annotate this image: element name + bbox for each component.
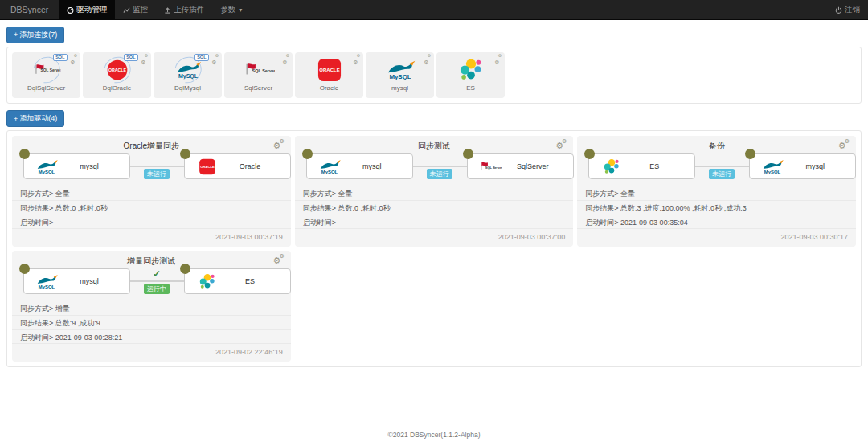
- oracle-icon: [106, 59, 127, 80]
- target-connector[interactable]: SqlServer: [467, 153, 574, 179]
- settings-gears-icon[interactable]: ⚙⚙: [353, 54, 360, 67]
- connector-line: [694, 166, 750, 167]
- settings-gears-icon[interactable]: ⚙⚙: [424, 54, 431, 67]
- main-content: + 添加连接(7) ⚙⚙ SQL DqlSqlServer ⚙⚙ SQL: [0, 20, 868, 442]
- navbar: DBSyncer 驱动管理 监控 上传插件 参数 ▾ 注销: [0, 0, 868, 20]
- connection-card-dqlsqlserver[interactable]: ⚙⚙ SQL DqlSqlServer: [12, 52, 80, 98]
- mysql-icon: [35, 158, 59, 175]
- target-name: SqlServer: [502, 162, 573, 170]
- source-name: mysql: [59, 277, 129, 285]
- mysql-icon: [174, 61, 202, 80]
- add-connection-button[interactable]: + 添加连接(7): [6, 27, 64, 43]
- status-badge: 未运行: [427, 169, 452, 179]
- target-connector[interactable]: mysql: [749, 153, 856, 179]
- connection-card-dqloracle[interactable]: ⚙⚙ SQL DqlOracle: [83, 52, 151, 98]
- success-check-icon: ✓: [153, 268, 161, 280]
- settings-gears-icon[interactable]: ⚙⚙: [555, 138, 567, 151]
- start-time-row: 启动时间> 2021-09-03 00:35:04: [577, 215, 856, 229]
- source-name: mysql: [59, 162, 129, 170]
- connection-name: SqlServer: [224, 84, 293, 92]
- sync-result-row: 同步结果> 总数:9 ,成功:9: [12, 315, 291, 329]
- settings-gears-icon[interactable]: ⚙⚙: [273, 253, 285, 266]
- copyright-text: ©2021 DBSyncer(1.1.2-Alpha): [6, 430, 862, 440]
- settings-gears-icon[interactable]: ⚙⚙: [141, 54, 148, 67]
- nav-item-driver-management[interactable]: 驱动管理: [59, 0, 115, 19]
- settings-gears-icon[interactable]: ⚙⚙: [211, 54, 219, 67]
- connector-dot-icon: [19, 264, 30, 274]
- settings-gears-icon[interactable]: ⚙⚙: [494, 54, 502, 67]
- app-brand[interactable]: DBSyncer: [0, 0, 59, 19]
- sync-mode-row: 同步方式> 全量: [295, 186, 574, 200]
- elasticsearch-icon: [459, 58, 483, 82]
- settings-gears-icon[interactable]: ⚙⚙: [838, 138, 850, 151]
- logout-button[interactable]: 注销: [827, 0, 868, 19]
- driver-card-incr-sync-test: 增量同步测试 ⚙⚙ mysql ES ✓ 运行中 同步方式> 增量 同步结果> …: [12, 251, 291, 362]
- connection-card-es[interactable]: ⚙⚙ ES: [436, 52, 505, 98]
- sync-mode-row: 同步方式> 全量: [577, 186, 856, 200]
- target-name: Oracle: [219, 162, 290, 170]
- settings-gears-icon[interactable]: ⚙⚙: [273, 138, 285, 151]
- target-name: mysql: [784, 162, 855, 170]
- sync-result-row: 同步结果> 总数:0 ,耗时:0秒: [295, 200, 574, 215]
- mysql-icon: [760, 158, 784, 175]
- source-connector[interactable]: mysql: [23, 268, 130, 294]
- connection-name: Oracle: [295, 84, 363, 92]
- sql-badge: SQL: [124, 54, 137, 61]
- upload-icon: [164, 6, 171, 14]
- connection-card-mysql[interactable]: ⚙⚙ mysql: [366, 52, 434, 98]
- target-connector[interactable]: Oracle: [184, 153, 291, 179]
- target-connector[interactable]: ES: [184, 268, 291, 294]
- nav-item-monitor[interactable]: 监控: [115, 0, 156, 19]
- logout-label: 注销: [845, 5, 860, 15]
- nav-label: 监控: [133, 5, 148, 15]
- dql-oracle-icon: SQL: [101, 57, 133, 83]
- drivers-panel: Oracle增量同步 ⚙⚙ mysql Oracle 未运行 同步方式> 全量 …: [6, 130, 862, 367]
- connector-dot-icon: [180, 149, 190, 159]
- settings-gears-icon[interactable]: ⚙⚙: [70, 54, 77, 67]
- create-timestamp: 2021-09-03 00:37:00: [498, 233, 566, 241]
- line-chart-icon: [123, 6, 130, 14]
- dashboard-icon: [67, 6, 74, 14]
- sync-mode-row: 同步方式> 全量: [12, 186, 291, 200]
- source-connector[interactable]: mysql: [23, 153, 130, 179]
- nav-label: 上传插件: [174, 5, 204, 15]
- nav-label: 驱动管理: [76, 5, 107, 15]
- sql-badge: SQL: [194, 54, 208, 61]
- mysql-icon: [384, 59, 416, 80]
- sync-result-row: 同步结果> 总数:3 ,进度:100.00% ,耗时:0秒 ,成功:3: [577, 200, 856, 215]
- start-time-row: 启动时间>: [12, 215, 291, 229]
- sync-mode-row: 同步方式> 增量: [12, 301, 291, 315]
- driver-title: 备份: [577, 141, 856, 152]
- chevron-down-icon: ▾: [239, 6, 242, 14]
- source-connector[interactable]: mysql: [306, 153, 413, 179]
- connection-card-dqlmysql[interactable]: ⚙⚙ SQL DqlMysql: [154, 52, 222, 98]
- footer: ©2021 DBSyncer(1.1.2-Alpha) Designed By …: [6, 430, 862, 442]
- plus-icon: +: [14, 115, 18, 123]
- sync-result-row: 同步结果> 总数:0 ,耗时:0秒: [12, 200, 291, 215]
- nav-label: 参数: [220, 5, 235, 15]
- connection-name: DqlMysql: [154, 84, 222, 92]
- add-driver-button[interactable]: + 添加驱动(4): [6, 110, 64, 127]
- sqlserver-icon: [243, 60, 275, 80]
- oracle-icon: [195, 158, 219, 175]
- nav-item-upload-plugin[interactable]: 上传插件: [156, 0, 212, 19]
- oracle-icon: [317, 58, 342, 82]
- connector-line: [129, 166, 185, 167]
- sqlserver-icon: [478, 158, 502, 175]
- driver-card-sync-test: 同步测试 ⚙⚙ mysql SqlServer 未运行 同步方式> 全量 同步结…: [295, 136, 574, 247]
- connections-panel: ⚙⚙ SQL DqlSqlServer ⚙⚙ SQL DqlOracle: [6, 47, 862, 104]
- connector-line: [412, 166, 468, 167]
- sqlserver-icon: [32, 61, 60, 78]
- settings-gears-icon[interactable]: ⚙⚙: [282, 54, 289, 67]
- status-badge: 未运行: [144, 169, 170, 179]
- driver-card-oracle-incr-sync: Oracle增量同步 ⚙⚙ mysql Oracle 未运行 同步方式> 全量 …: [12, 136, 291, 247]
- connection-card-oracle[interactable]: ⚙⚙ Oracle: [295, 52, 363, 98]
- status-badge: 运行中: [144, 284, 170, 294]
- power-icon: [835, 6, 842, 14]
- mysql-icon: [317, 158, 342, 175]
- connection-card-sqlserver[interactable]: ⚙⚙ SqlServer: [224, 52, 293, 98]
- source-connector[interactable]: ES: [588, 153, 695, 179]
- nav-item-parameters[interactable]: 参数 ▾: [212, 0, 250, 19]
- connection-name: DqlOracle: [83, 84, 151, 92]
- elasticsearch-icon: [195, 273, 219, 290]
